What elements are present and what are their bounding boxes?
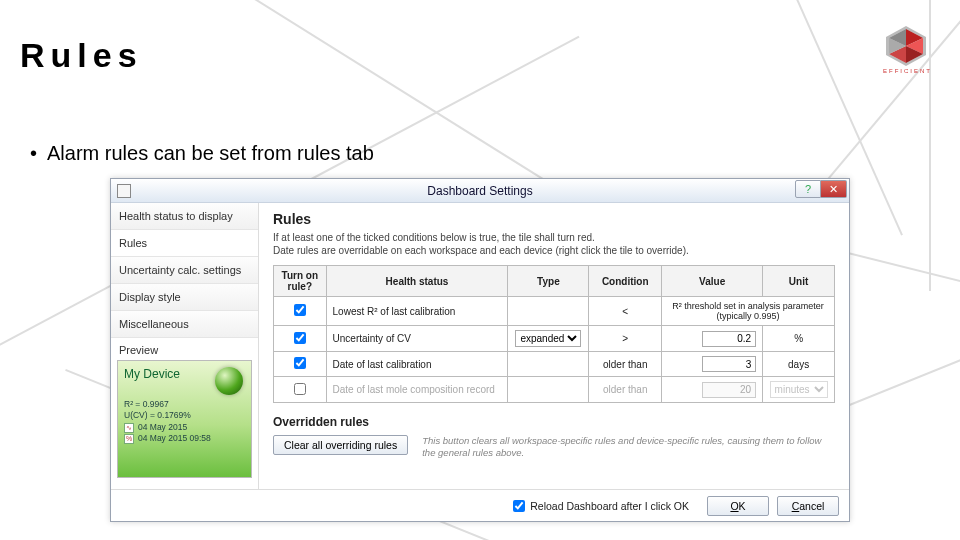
col-unit: Unit	[763, 266, 835, 297]
rule-value-input[interactable]	[702, 331, 756, 347]
rules-desc-2: Date rules are overridable on each works…	[273, 244, 835, 257]
preview-date2: 04 May 2015 09:58	[138, 433, 211, 444]
ok-button[interactable]: OK	[707, 496, 769, 516]
reload-checkbox[interactable]	[513, 500, 525, 512]
rule-condition: older than	[589, 352, 662, 377]
rule-enable-checkbox[interactable]	[294, 304, 306, 316]
rule-condition: >	[589, 326, 662, 352]
rule-unit: days	[763, 352, 835, 377]
sidebar-item-rules[interactable]: Rules	[111, 230, 258, 257]
clear-overriding-button[interactable]: Clear all overriding rules	[273, 435, 408, 455]
rule-value-input[interactable]	[702, 356, 756, 372]
help-button[interactable]: ?	[795, 180, 821, 198]
sidebar-item-uncertainty[interactable]: Uncertainty calc. settings	[111, 257, 258, 284]
table-row: Lowest R² of last calibration < R² thres…	[274, 297, 835, 326]
rule-enable-checkbox[interactable]	[294, 332, 306, 344]
brand-logo: EFFICIENT	[883, 26, 932, 74]
preview-r2: R² = 0.9967	[124, 399, 245, 410]
table-row: Date of last mole composition record old…	[274, 377, 835, 403]
titlebar[interactable]: Dashboard Settings ? ✕	[111, 179, 849, 203]
table-row: Date of last calibration older than days	[274, 352, 835, 377]
sidebar-item-label: Health status to display	[119, 210, 233, 222]
rule-health: Lowest R² of last calibration	[326, 297, 508, 326]
rule-health: Date of last calibration	[326, 352, 508, 377]
dashboard-settings-window: Dashboard Settings ? ✕ Health status to …	[110, 178, 850, 522]
col-turn-on: Turn on rule?	[274, 266, 327, 297]
slide-title: Rules	[20, 36, 143, 75]
sidebar-item-label: Uncertainty calc. settings	[119, 264, 241, 276]
percent-icon: %	[124, 434, 134, 444]
rule-health: Date of last mole composition record	[326, 377, 508, 403]
preview-ucv: U(CV) = 0.1769%	[124, 410, 245, 421]
rules-desc-1: If at least one of the ticked conditions…	[273, 231, 835, 244]
slide-bullet-text: Alarm rules can be set from rules tab	[47, 142, 374, 164]
sidebar-item-label: Miscellaneous	[119, 318, 189, 330]
clear-hint: This button clears all workspace-specifi…	[422, 435, 835, 459]
window-title: Dashboard Settings	[427, 184, 532, 198]
col-value: Value	[662, 266, 763, 297]
rule-value-note: R² threshold set in analysis parameter (…	[662, 297, 835, 326]
rule-unit-select[interactable]: minutes	[770, 381, 828, 398]
rule-type-select[interactable]: expanded	[515, 330, 581, 347]
dialog-footer: Reload Dashboard after I click OK OK Can…	[111, 489, 849, 521]
status-orb-icon	[215, 367, 243, 395]
rule-unit: %	[763, 326, 835, 352]
sidebar: Health status to display Rules Uncertain…	[111, 203, 259, 489]
table-row: Uncertainty of CV expanded > %	[274, 326, 835, 352]
preview-tile: My Device R² = 0.9967 U(CV) = 0.1769% ∿0…	[117, 360, 252, 478]
col-health: Health status	[326, 266, 508, 297]
close-button[interactable]: ✕	[821, 180, 847, 198]
overridden-heading: Overridden rules	[273, 415, 835, 429]
preview-date1: 04 May 2015	[138, 422, 187, 433]
sidebar-item-display-style[interactable]: Display style	[111, 284, 258, 311]
sidebar-item-health-status[interactable]: Health status to display	[111, 203, 258, 230]
cancel-button[interactable]: Cancel	[777, 496, 839, 516]
bullet-dot-icon: •	[30, 142, 37, 164]
rule-enable-checkbox[interactable]	[294, 357, 306, 369]
sidebar-item-label: Rules	[119, 237, 147, 249]
main-panel: Rules If at least one of the ticked cond…	[259, 203, 849, 489]
slide-bullet: •Alarm rules can be set from rules tab	[30, 142, 374, 165]
close-icon: ✕	[829, 183, 838, 196]
help-icon: ?	[805, 183, 811, 195]
rule-value-input[interactable]	[702, 382, 756, 398]
sidebar-item-label: Display style	[119, 291, 181, 303]
rules-table: Turn on rule? Health status Type Conditi…	[273, 265, 835, 403]
sidebar-item-miscellaneous[interactable]: Miscellaneous	[111, 311, 258, 338]
rule-health: Uncertainty of CV	[326, 326, 508, 352]
rules-heading: Rules	[273, 211, 835, 227]
rule-condition: <	[589, 297, 662, 326]
trend-icon: ∿	[124, 423, 134, 433]
reload-label: Reload Dashboard after I click OK	[530, 500, 689, 512]
brand-label: EFFICIENT	[883, 68, 932, 74]
reload-checkbox-row[interactable]: Reload Dashboard after I click OK	[513, 500, 689, 512]
window-icon	[117, 184, 131, 198]
rule-condition: older than	[589, 377, 662, 403]
preview-heading: Preview	[111, 338, 258, 358]
col-type: Type	[508, 266, 589, 297]
col-condition: Condition	[589, 266, 662, 297]
rule-enable-checkbox[interactable]	[294, 383, 306, 395]
